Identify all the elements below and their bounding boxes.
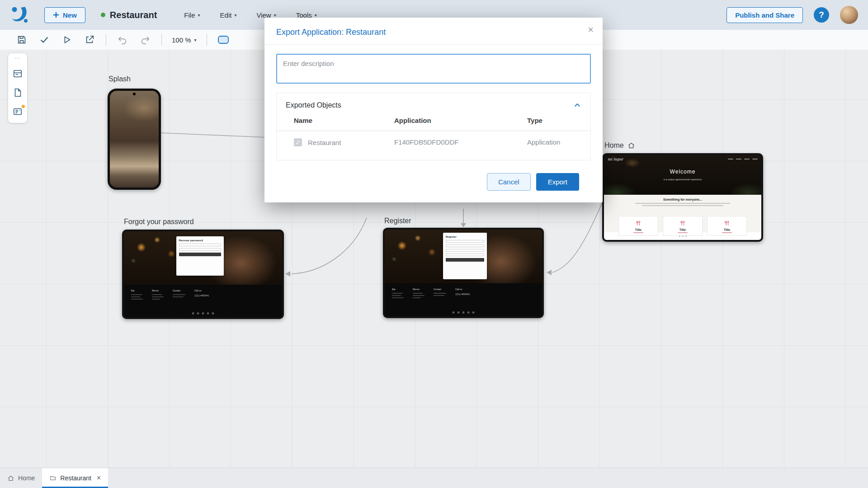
site-nav [728, 159, 758, 160]
export-share-button[interactable] [83, 33, 96, 46]
feature-cards: Title Title Title [604, 215, 761, 232]
chevron-down-icon: ▾ [198, 13, 200, 18]
text-line [392, 295, 401, 296]
toolbar-separator [207, 34, 207, 46]
card-title: Title [679, 228, 686, 231]
home-screen-label-group: Home [604, 141, 635, 150]
footer-column: Eat [392, 288, 404, 316]
plus-icon [53, 12, 59, 18]
text-line [173, 296, 184, 297]
footer-column: Eat [131, 289, 143, 317]
drag-handle-icon[interactable]: ⋯ [14, 56, 21, 61]
app-window: New Restaurant File ▾ Edit ▾ View ▾ Tool… [0, 0, 868, 488]
register-form: Register [443, 233, 487, 279]
column-application: Application [394, 117, 527, 124]
intro-title: Something for everyone... [604, 198, 761, 201]
export-button[interactable]: Export [536, 173, 579, 191]
user-avatar[interactable] [840, 6, 858, 24]
table-row: ✓ Restaurant F140FDB5DFD0DDF Application [277, 131, 590, 160]
screens-tool-icon[interactable] [12, 106, 24, 117]
form-input [446, 240, 484, 243]
form-title: Register [446, 235, 484, 238]
close-icon[interactable]: × [588, 26, 594, 34]
app-title-group: Restaurant [101, 10, 157, 20]
welcome-title: Welcome [604, 169, 761, 175]
form-input [446, 253, 484, 256]
text-line [434, 295, 444, 296]
form-input [446, 244, 484, 247]
footer-heading: Menus [413, 288, 425, 291]
name-cell: ✓ Restaurant [294, 138, 394, 146]
zoom-value: 100 % [172, 36, 191, 44]
pages-tool-icon[interactable] [12, 87, 24, 99]
menu-file[interactable]: File ▾ [184, 11, 200, 19]
cutlery-icon [680, 219, 685, 227]
footer-column: Contact [434, 288, 446, 316]
footer-heading: Eat [131, 289, 143, 292]
forgot-password-screen-card[interactable]: Recover password Eat Menus [122, 230, 284, 319]
feature-card: Title [663, 216, 703, 236]
text-line [173, 294, 185, 295]
text-line [152, 299, 160, 300]
recover-password-form: Recover password [176, 236, 224, 276]
cancel-button[interactable]: Cancel [487, 173, 531, 191]
menu-edit[interactable]: Edit ▾ [220, 11, 237, 19]
footer-column: Menus [152, 289, 164, 317]
toolbar-separator [161, 34, 162, 46]
footer-phone: (221) 4896941 [194, 294, 209, 297]
text-line [392, 293, 403, 294]
close-icon[interactable]: × [97, 474, 101, 482]
section-title: Exported Objects [286, 101, 341, 109]
dialog-title: Export Application: Restaurant [276, 28, 591, 37]
dialog-header: Export Application: Restaurant × [264, 18, 603, 45]
splash-screen-photo [110, 91, 159, 188]
footer-phone: (221) 4896941 [455, 293, 470, 296]
tab-home[interactable]: Home [0, 468, 42, 488]
text-line [413, 293, 423, 294]
text-line [152, 296, 164, 297]
fit-viewport-button[interactable] [217, 33, 230, 46]
phone-camera-dot [133, 93, 136, 95]
description-input[interactable] [276, 54, 591, 84]
text-line [642, 205, 723, 206]
screen-footer: Eat Menus Contact [385, 283, 542, 316]
publish-and-share-button[interactable]: Publish and Share [726, 7, 803, 23]
tab-restaurant-label: Restaurant [60, 474, 91, 482]
dialog-body: Exported Objects Name Application Type [264, 45, 603, 191]
zoom-control[interactable]: 100 % ▾ [172, 36, 197, 44]
footer-heading: Menus [152, 289, 164, 292]
footer-heading: Call us [194, 289, 209, 292]
run-preview-button[interactable] [61, 33, 73, 46]
app-logo-icon[interactable] [10, 5, 31, 24]
row-checkbox[interactable]: ✓ [294, 138, 302, 146]
row-application-id: F140FDB5DFD0DDF [394, 138, 527, 146]
validate-button[interactable] [38, 33, 51, 46]
screen-footer: Eat Menus Contact [124, 285, 282, 317]
screen-photo: Recover password [124, 231, 282, 285]
register-screen-card[interactable]: Register Eat [383, 228, 544, 318]
chevron-up-icon[interactable] [573, 101, 581, 109]
check-icon: ✓ [296, 139, 301, 146]
cutlery-icon [725, 219, 729, 227]
text-line [131, 296, 140, 297]
home-screen-preview: mi lugar Welcome is a unique 'gastronomi… [604, 155, 761, 240]
notification-badge [21, 104, 25, 108]
save-button[interactable] [15, 33, 28, 46]
card-title: Title [635, 228, 642, 231]
exported-objects-section: Exported Objects Name Application Type [276, 93, 591, 160]
text-line [413, 297, 421, 298]
text-line [131, 299, 143, 300]
forgot-password-screen-preview: Recover password Eat Menus [124, 231, 282, 317]
new-button[interactable]: New [44, 7, 85, 23]
redo-button[interactable] [139, 33, 151, 46]
question-mark: ? [819, 10, 824, 20]
undo-button[interactable] [116, 33, 129, 46]
home-screen-card[interactable]: mi lugar Welcome is a unique 'gastronomi… [602, 153, 763, 242]
splash-screen-card[interactable] [108, 89, 161, 190]
export-application-dialog: Export Application: Restaurant × Exporte… [264, 18, 603, 202]
forms-tool-icon[interactable] [12, 68, 24, 80]
help-icon[interactable]: ? [814, 7, 829, 23]
register-screen-label: Register [384, 217, 411, 225]
tab-restaurant[interactable]: Restaurant × [42, 468, 108, 488]
cutlery-icon [636, 219, 641, 227]
